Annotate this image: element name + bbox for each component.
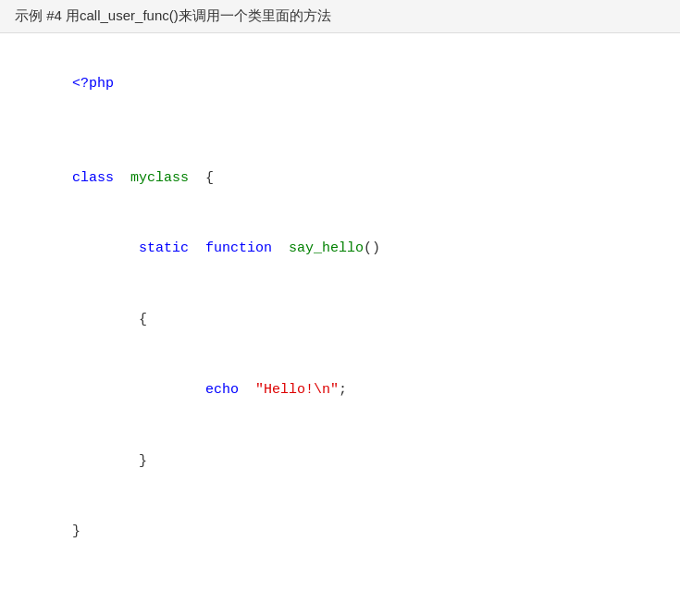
code-line-10: $classname = "myclass"; <box>22 591 658 617</box>
kw-class: class <box>72 170 114 186</box>
code-line-8: } <box>22 497 658 568</box>
page-title: 示例 #4 用call_user_func()来调用一个类里面的方法 <box>15 7 331 23</box>
code-area: <?php class myclass { static function sa… <box>0 33 680 616</box>
indent1 <box>72 240 139 256</box>
code-line-6: echo "Hello!\n"; <box>22 355 658 426</box>
space1 <box>114 170 130 186</box>
code-line-empty-2 <box>22 567 658 591</box>
php-open-tag: <?php <box>72 76 114 92</box>
kw-function: function <box>205 240 272 256</box>
kw-static: static <box>139 240 189 256</box>
kw-echo: echo <box>205 382 239 398</box>
code-line-empty-1 <box>22 119 658 143</box>
page-container: 示例 #4 用call_user_func()来调用一个类里面的方法 <?php… <box>0 0 680 616</box>
code-line-4: static function say_hello() <box>22 214 658 285</box>
str-hello: "Hello!\n" <box>255 382 339 398</box>
code-line-3: class myclass { <box>22 142 658 214</box>
code-line-7: } <box>22 425 658 497</box>
method-name: say_hello <box>289 240 364 256</box>
classname: myclass <box>130 170 189 186</box>
title-bar: 示例 #4 用call_user_func()来调用一个类里面的方法 <box>0 0 680 33</box>
brace1: { <box>189 170 214 186</box>
code-line-5: { <box>22 284 658 355</box>
code-line-1: <?php <box>22 48 658 119</box>
